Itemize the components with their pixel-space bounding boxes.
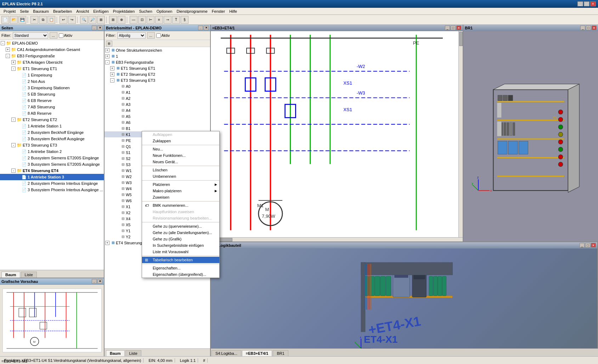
ctx-zuklappen[interactable]: Zuklappen	[142, 138, 219, 144]
tree-row-et1[interactable]: - 📁 ET1 Steuerung ET1	[0, 66, 104, 72]
tree-toggle-et1[interactable]: -	[11, 67, 16, 71]
tree-row-ca1[interactable]: + 📁 CA1 Anlagendokumentation Gesamt	[0, 46, 104, 53]
tree-row-et3p3[interactable]: 📄 3 Bussystem Siemens ET200S Ausgänge	[0, 161, 104, 167]
preview-close[interactable]: ✕	[97, 279, 102, 284]
ctx-zuweisen[interactable]: Zuweisen	[142, 194, 219, 200]
betrieb-row-a2[interactable]: ⊟ A2	[105, 95, 210, 101]
betrieb-minimize[interactable]: _	[198, 25, 203, 30]
menu-dienstprogramme[interactable]: Dienstprogramme	[174, 8, 209, 14]
betrieb-row-b1[interactable]: ⊟ B1	[105, 125, 210, 131]
ctx-bmk-nummerieren[interactable]: 🏷 BMK nummerieren...	[142, 202, 219, 209]
menu-fenster[interactable]: Fenster	[210, 8, 227, 14]
tree-row-et2p3[interactable]: 📄 3 Bussystem Beckhoff Ausgänge	[0, 136, 104, 142]
betrieb-row-a0[interactable]: ⊟ A0	[105, 83, 210, 89]
tb-wire[interactable]: —	[130, 16, 137, 24]
menu-projektdaten[interactable]: Projektdaten	[111, 8, 137, 14]
menu-ansicht[interactable]: Ansicht	[74, 8, 91, 14]
tb-save[interactable]: 💾	[18, 16, 26, 24]
close-button[interactable]: ✕	[590, 1, 596, 6]
tree-row-et3p2[interactable]: 📄 2 Bussystem Siemens ET200S Eingänge	[0, 155, 104, 161]
sch-maximize-s4[interactable]: □	[585, 243, 590, 248]
tree-row-p5[interactable]: 📄 5 EB Steuerung	[0, 91, 104, 97]
tb-terminal[interactable]: ⊢	[147, 16, 154, 24]
betrieb-toggle-1[interactable]: +	[105, 54, 109, 58]
seiten-tab-liste[interactable]: Liste	[21, 272, 37, 278]
tree-toggle-eta[interactable]: +	[11, 60, 16, 64]
tree-row-p3[interactable]: 📄 3 Einspeisung Stationen	[0, 85, 104, 91]
tree-row-et2p2[interactable]: 📄 2 Bussystem Beckhoff Eingänge	[0, 129, 104, 136]
tree-row-et2[interactable]: - 📁 ET2 Steuerung ET2	[0, 116, 104, 123]
betrieb-row-a1[interactable]: ⊟ A1	[105, 89, 210, 95]
ctx-gehe-zu-grafik[interactable]: Gehe zu (Grafik)	[142, 236, 219, 242]
betrieb-row-a3[interactable]: ⊟ A3	[105, 101, 210, 107]
ctx-platzieren[interactable]: Platzieren ▶	[142, 181, 219, 188]
seiten-tab-baum[interactable]: Baum	[1, 272, 20, 278]
tree-row-p8[interactable]: 📄 8 AB Reserve	[0, 110, 104, 116]
betrieb-row-1[interactable]: + ⊞ 1	[105, 53, 210, 59]
ctx-hauptfunktion[interactable]: Hauptfunktion zuweisen	[142, 209, 219, 215]
sch-close-eb3[interactable]: ✕	[456, 25, 461, 30]
seiten-aktiv-checkbox[interactable]	[59, 33, 63, 38]
betrieb-row-eb3[interactable]: - ⊞ EB3 Fertigungsstraße	[105, 59, 210, 65]
sch-close-br1[interactable]: ✕	[592, 25, 597, 30]
preview-minimize[interactable]: _	[92, 279, 97, 284]
sch-minimize-br1[interactable]: _	[580, 25, 585, 30]
menu-bearbeiten[interactable]: Bearbeiten	[51, 8, 74, 14]
betrieb-toggle-eb3[interactable]: -	[105, 60, 109, 64]
betrieb-row-et1[interactable]: + ⊞ ET1 Steuerung ET1	[105, 65, 210, 71]
ctx-neu[interactable]: Neu...	[142, 146, 219, 152]
tree-row-et2p1[interactable]: 📄 1 Antriebe Station 1	[0, 123, 104, 129]
betrieb-row-et2[interactable]: + ⊞ ET2 Steuerung ET2	[105, 71, 210, 77]
sch-maximize-eb3[interactable]: □	[451, 25, 456, 30]
ctx-neues-geraet[interactable]: Neues Gerät...	[142, 159, 219, 165]
tb-redo[interactable]: ↪	[68, 16, 76, 24]
tb-open[interactable]: 📂	[10, 16, 18, 24]
menu-bauraum[interactable]: Bauraum	[31, 8, 51, 14]
betrieb-row-a4[interactable]: ⊟ A4	[105, 107, 210, 113]
menu-suchen[interactable]: Suchen	[137, 8, 154, 14]
betrieb-toggle-et3[interactable]: -	[110, 78, 114, 83]
ctx-aufklappen[interactable]: Aufklappen	[142, 131, 219, 138]
betrieb-toggle-et4[interactable]: +	[105, 241, 109, 245]
betrieb-close[interactable]: ✕	[204, 25, 209, 30]
ctx-eigenschaften[interactable]: Eigenschaften...	[142, 265, 219, 271]
tb-component[interactable]: ⊡	[138, 16, 146, 24]
betrieb-tab-baum[interactable]: Baum	[106, 350, 125, 356]
tree-row-et4p3[interactable]: 📄 3 Bussystem Phoenix Interbus Ausgänge …	[0, 187, 104, 193]
ctx-revisionsmarkierung[interactable]: Revisionsmarkierung bearbeiten...	[142, 215, 219, 221]
tree-row-eb3[interactable]: - 📁 EB3 Fertigungsstraße	[0, 53, 104, 59]
sch-minimize-eb3[interactable]: _	[445, 25, 450, 30]
tree-row-p1[interactable]: 📄 1 Einspeisung	[0, 72, 104, 78]
tree-toggle-ca1[interactable]: +	[6, 47, 10, 52]
ctx-neue-funktionen[interactable]: Neue Funktionen...	[142, 152, 219, 159]
ctx-loeschen[interactable]: Löschen	[142, 167, 219, 173]
menu-projekt[interactable]: Projekt	[1, 8, 18, 14]
maximize-button[interactable]: □	[584, 1, 589, 6]
tree-toggle-eplan-demo[interactable]: -	[1, 41, 5, 45]
ctx-gehe-zu-quer[interactable]: Gehe zu (querverwiesene)...	[142, 223, 219, 229]
seiten-filter-select[interactable]: Standard	[13, 32, 48, 39]
sch-maximize-br1[interactable]: □	[586, 25, 591, 30]
tb-zoom-in[interactable]: 🔍	[80, 16, 88, 24]
tree-row-eta[interactable]: + 📁 ETA Anlagen Übersicht	[0, 59, 104, 66]
tb-snap[interactable]: ⊕	[118, 16, 125, 24]
tab-br1[interactable]: BR1	[273, 350, 288, 356]
ctx-tabellarisch[interactable]: ⊞ Tabellarisch bearbeiten	[142, 257, 219, 263]
schematic-scrollbar-eb3[interactable]	[458, 31, 463, 237]
ctx-gehe-zu-alle[interactable]: Gehe zu (alle Darstellungsarten)...	[142, 229, 219, 236]
betrieb-filter-btn[interactable]: ...	[147, 32, 155, 39]
tab-eb3-et4[interactable]: =EB3+ET4/1	[242, 350, 272, 356]
tb-cut[interactable]: ✂	[30, 16, 38, 24]
tree-row-p7[interactable]: 📄 7 AB Steuerung	[0, 104, 104, 110]
tree-row-p2[interactable]: 📄 2 Not-Aus	[0, 78, 104, 85]
tree-row-p6[interactable]: 📄 6 EB Reserve	[0, 97, 104, 104]
tb-cable[interactable]: ≡	[155, 16, 163, 24]
menu-hilfe[interactable]: Hilfe	[227, 8, 239, 14]
betrieb-tab-liste[interactable]: Liste	[125, 350, 141, 356]
betrieb-toggle-et1[interactable]: +	[110, 66, 114, 70]
tb-fit[interactable]: ⊞	[97, 16, 105, 24]
minimize-button[interactable]: _	[577, 1, 583, 6]
seiten-minimize[interactable]: _	[92, 25, 97, 30]
seiten-close[interactable]: ✕	[97, 25, 102, 30]
tree-row-eplan-demo[interactable]: - 📁 EPLAN-DEMO	[0, 40, 104, 46]
